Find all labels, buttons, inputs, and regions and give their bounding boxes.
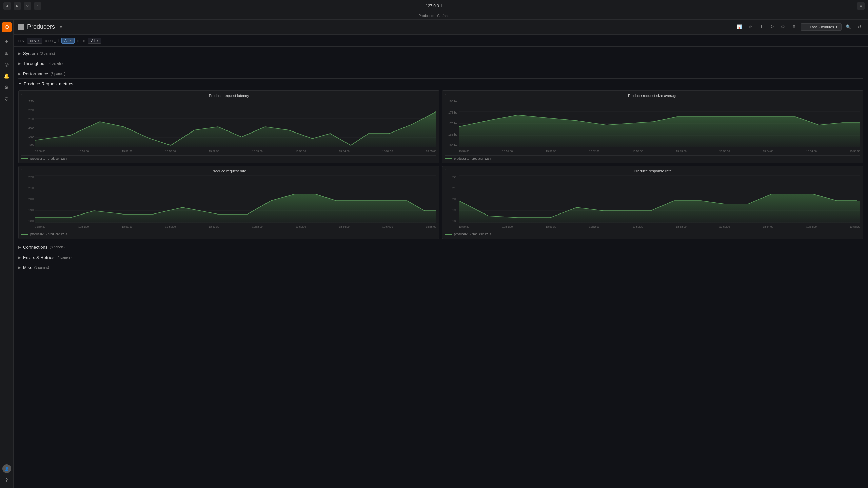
svg-marker-24 <box>459 194 860 223</box>
chart4-x-axis: 13:50:30 13:51:00 13:51:30 13:52:00 13:5… <box>459 224 860 229</box>
section-misc[interactable]: ▶ Misc (3 panels) <box>18 263 863 272</box>
chart-view-btn[interactable]: 📊 <box>735 23 744 31</box>
chart1-y4: 200 <box>21 126 35 129</box>
env-filter[interactable]: dev ▾ <box>27 38 42 44</box>
sidebar-bottom: 👤 ? <box>2 464 12 488</box>
client-id-filter[interactable]: All ▾ <box>61 38 75 44</box>
env-caret: ▾ <box>38 39 39 42</box>
chart2-area: 180 bs 175 bs 170 bs 165 bs 160 bs <box>445 100 860 154</box>
chart3-title: Produce request rate <box>21 169 436 173</box>
chart1-legend-line <box>21 158 28 159</box>
dashboard-settings-btn[interactable]: ⚙ <box>779 23 787 31</box>
chart4-title: Produce response rate <box>445 169 860 173</box>
chart1-y2: 220 <box>21 108 35 112</box>
produce-metrics-title: Produce Request metrics <box>24 81 73 86</box>
throughput-badge: (4 panels) <box>48 62 63 65</box>
performance-badge: (8 panels) <box>50 72 65 76</box>
performance-title: Performance <box>23 71 48 76</box>
chart1-info-icon[interactable]: ℹ <box>21 93 23 97</box>
chart4-y-axis: 0.220 0.210 0.200 0.190 0.180 <box>445 175 459 223</box>
chart3-info-icon[interactable]: ℹ <box>21 168 23 172</box>
chart3-x7: 13:53:30 <box>296 225 306 228</box>
chart1-svg-wrapper <box>35 100 436 147</box>
chart2-title: Produce request size average <box>445 94 860 98</box>
topic-caret: ▾ <box>97 39 98 42</box>
content-area: Producers ▼ 📊 ☆ ⬆ ↻ ⚙ 🖥 ⏱ Last 5 minutes… <box>14 20 868 488</box>
section-produce-request-metrics: ▼ Produce Request metrics ℹ Produce requ… <box>18 79 863 242</box>
chart3-y-axis: 0.220 0.210 0.200 0.190 0.180 <box>21 175 35 223</box>
sidebar-icon-gear[interactable]: ⚙ <box>2 83 12 92</box>
chart2-y4: 165 bs <box>445 133 459 136</box>
sidebar-icon-grid[interactable]: ⊞ <box>2 48 12 58</box>
cycle-btn[interactable]: ↻ <box>768 23 776 31</box>
chart1-x10: 13:55:00 <box>426 150 436 153</box>
chart4-y5: 0.180 <box>445 219 459 223</box>
env-label: env <box>18 39 24 43</box>
top-bar-right: ≡ <box>857 2 865 10</box>
chart4-x3: 13:51:30 <box>546 225 556 228</box>
chart2-svg <box>459 100 860 147</box>
sidebar-icon-shield[interactable]: 🛡 <box>2 94 12 104</box>
chart1-x8: 13:54:00 <box>339 150 350 153</box>
section-errors-retries[interactable]: ▶ Errors & Retries (4 panels) <box>18 253 863 262</box>
dashboard-grid-icon <box>18 24 24 30</box>
chart3-x10: 13:55:00 <box>426 225 436 228</box>
favorite-btn[interactable]: ☆ <box>746 23 754 31</box>
connections-badge: (8 panels) <box>50 245 64 249</box>
chart3-y1: 0.220 <box>21 175 35 179</box>
dashboard-title-caret[interactable]: ▼ <box>59 25 63 29</box>
chart3-x4: 13:52:00 <box>165 225 176 228</box>
monitor-btn[interactable]: 🖥 <box>790 23 798 31</box>
dashboard-header: Producers ▼ 📊 ☆ ⬆ ↻ ⚙ 🖥 ⏱ Last 5 minutes… <box>14 20 868 35</box>
sidebar-avatar[interactable]: 👤 <box>2 464 11 473</box>
chart2-legend-label: producer-1 - producer:1234 <box>454 157 491 160</box>
chart1-x5: 13:52:30 <box>209 150 219 153</box>
back-btn[interactable]: ◀ <box>3 2 11 10</box>
sidebar-icon-compass[interactable]: ◎ <box>2 60 12 69</box>
top-bar-left: ◀ ▶ ↻ ⌂ <box>3 2 41 10</box>
top-bar: ◀ ▶ ↻ ⌂ 127.0.0.1 ≡ <box>0 0 868 12</box>
chart3-svg <box>35 175 436 223</box>
chart1-legend-label: producer-1 - producer:1234 <box>30 157 67 160</box>
svg-marker-12 <box>459 115 860 147</box>
errors-caret-icon: ▶ <box>18 256 21 259</box>
svg-marker-18 <box>35 194 436 223</box>
chart2-x3: 13:51:30 <box>546 150 556 153</box>
dashboard-body: ▶ System (3 panels) ▶ Throughput (4 pane… <box>14 47 868 488</box>
section-system[interactable]: ▶ System (3 panels) <box>18 49 863 58</box>
chart2-info-icon[interactable]: ℹ <box>445 93 447 97</box>
dashboard-header-right: 📊 ☆ ⬆ ↻ ⚙ 🖥 ⏱ Last 5 minutes ▾ 🔍 ↺ <box>735 23 863 31</box>
chart2-legend-line <box>445 158 452 159</box>
chart1-x2: 13:51:00 <box>78 150 89 153</box>
chart4-info-icon[interactable]: ℹ <box>445 168 447 172</box>
chart3-y2: 0.210 <box>21 186 35 190</box>
refresh-btn[interactable]: ↺ <box>855 23 863 31</box>
settings-browser-btn[interactable]: ≡ <box>857 2 865 10</box>
share-btn[interactable]: ⬆ <box>757 23 765 31</box>
chart4-x1: 13:50:30 <box>459 225 469 228</box>
sidebar-icon-help[interactable]: ? <box>2 475 12 485</box>
chart2-x2: 13:51:00 <box>502 150 513 153</box>
chart1-x6: 13:53:00 <box>252 150 262 153</box>
chart3-legend-label: producer-1 - producer:1234 <box>30 232 67 236</box>
produce-metrics-header[interactable]: ▼ Produce Request metrics <box>18 79 863 88</box>
section-connections[interactable]: ▶ Connections (8 panels) <box>18 243 863 252</box>
chart1-y5: 190 <box>21 135 35 138</box>
errors-badge: (4 panels) <box>56 256 71 259</box>
sidebar-icon-plus[interactable]: + <box>2 37 12 46</box>
time-range-icon: ⏱ <box>804 25 808 29</box>
topic-filter[interactable]: All ▾ <box>88 38 101 44</box>
sidebar-logo[interactable]: ⬡ <box>2 22 12 32</box>
search-btn[interactable]: 🔍 <box>844 23 852 31</box>
reload-btn[interactable]: ↻ <box>24 2 31 10</box>
forward-btn[interactable]: ▶ <box>14 2 21 10</box>
section-throughput[interactable]: ▶ Throughput (4 panels) <box>18 59 863 68</box>
section-performance[interactable]: ▶ Performance (8 panels) <box>18 69 863 79</box>
misc-caret-icon: ▶ <box>18 266 21 269</box>
chart3-svg-wrapper <box>35 175 436 223</box>
chart4-x7: 13:53:30 <box>719 225 730 228</box>
time-range-btn[interactable]: ⏱ Last 5 minutes ▾ <box>801 23 842 30</box>
chart1-title: Produce request latency <box>21 94 436 98</box>
sidebar-icon-bell[interactable]: 🔔 <box>2 71 12 81</box>
home-btn[interactable]: ⌂ <box>34 2 41 10</box>
